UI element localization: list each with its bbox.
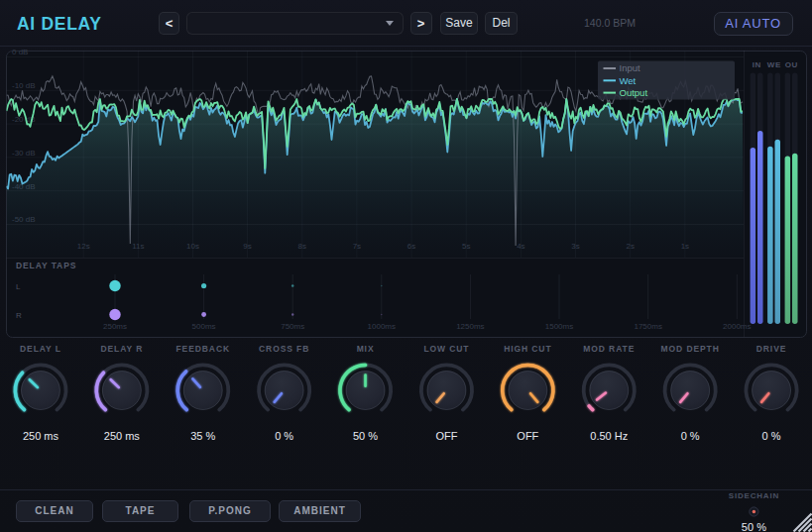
svg-text:DELAY L: DELAY L: [20, 344, 61, 354]
svg-text:250ms: 250ms: [103, 322, 127, 331]
svg-text:DELAY R: DELAY R: [101, 344, 144, 354]
svg-text:R: R: [16, 311, 22, 320]
svg-text:HIGH CUT: HIGH CUT: [504, 344, 551, 354]
svg-text:0.50 Hz: 0.50 Hz: [590, 430, 628, 442]
svg-text:DRIVE: DRIVE: [756, 344, 786, 354]
svg-text:50 %: 50 %: [742, 521, 766, 532]
svg-text:FEEDBACK: FEEDBACK: [176, 344, 230, 354]
svg-text:250 ms: 250 ms: [23, 430, 59, 442]
svg-text:MIX: MIX: [357, 344, 375, 354]
svg-text:OU: OU: [785, 60, 798, 69]
svg-text:Input: Input: [620, 62, 640, 73]
svg-text:-30 dB: -30 dB: [12, 149, 36, 158]
svg-text:2000ms: 2000ms: [723, 322, 751, 331]
svg-text:500ms: 500ms: [192, 322, 216, 331]
svg-text:750ms: 750ms: [281, 322, 304, 331]
svg-text:OFF: OFF: [517, 430, 538, 442]
svg-text:0 dB: 0 dB: [12, 48, 28, 56]
svg-text:CROSS FB: CROSS FB: [259, 344, 309, 354]
svg-text:WE: WE: [767, 60, 781, 69]
svg-text:IN: IN: [753, 60, 761, 69]
svg-text:MOD DEPTH: MOD DEPTH: [661, 344, 720, 354]
svg-text:250 ms: 250 ms: [104, 430, 141, 442]
svg-text:LOW CUT: LOW CUT: [423, 344, 469, 354]
svg-text:MOD RATE: MOD RATE: [583, 344, 635, 354]
svg-text:0 %: 0 %: [681, 430, 700, 442]
svg-text:1750ms: 1750ms: [634, 322, 661, 331]
svg-text:Wet: Wet: [620, 75, 637, 86]
svg-text:0 %: 0 %: [762, 430, 781, 442]
svg-text:DELAY TAPS: DELAY TAPS: [16, 261, 76, 270]
svg-text:SIDECHAIN: SIDECHAIN: [729, 491, 779, 500]
svg-text:OFF: OFF: [435, 430, 457, 442]
svg-text:L: L: [16, 282, 21, 291]
svg-text:1000ms: 1000ms: [368, 322, 396, 331]
svg-text:Output: Output: [620, 87, 648, 98]
svg-text:1500ms: 1500ms: [545, 322, 573, 331]
svg-text:50 %: 50 %: [353, 430, 378, 442]
svg-text:-10 dB: -10 dB: [12, 81, 36, 90]
svg-text:1250ms: 1250ms: [456, 322, 484, 331]
svg-text:0 %: 0 %: [275, 430, 293, 442]
svg-text:35 %: 35 %: [190, 430, 215, 442]
